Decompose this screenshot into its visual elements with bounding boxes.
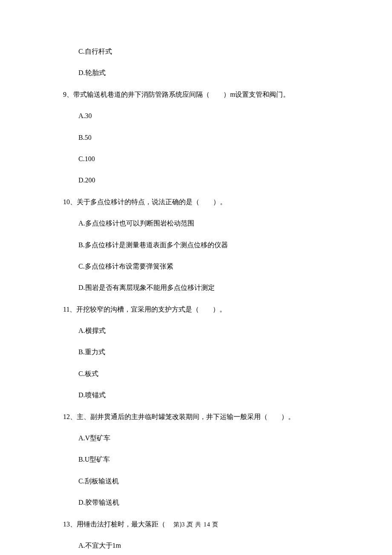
q11-option-d: D.喷锚式 bbox=[63, 390, 349, 400]
q12-option-a: A.V型矿车 bbox=[63, 434, 349, 443]
q9-option-b: B.50 bbox=[63, 133, 349, 142]
q12-option-c: C.刮板输送机 bbox=[63, 477, 349, 486]
q12-option-d: D.胶带输送机 bbox=[63, 498, 349, 507]
q11-option-c: C.板式 bbox=[63, 369, 349, 379]
page-content: C.自行杆式 D.轮胎式 9、带式输送机巷道的井下消防管路系统应间隔（ ）m设置… bbox=[0, 47, 392, 555]
q11-option-b: B.重力式 bbox=[63, 347, 349, 357]
q10-option-c: C.多点位移计布设需要弹簧张紧 bbox=[63, 262, 349, 271]
q11-option-a: A.横撑式 bbox=[63, 326, 349, 335]
q10-option-b: B.多点位移计是测量巷道表面多个测点位移的仪器 bbox=[63, 240, 349, 250]
q13-option-a: A.不宜大于1m bbox=[63, 541, 349, 550]
q9-option-a: A.30 bbox=[63, 111, 349, 121]
q10-text: 10、关于多点位移计的特点，说法正确的是（ ）。 bbox=[63, 197, 349, 207]
q12-text: 12、主、副井贯通后的主井临时罐笼改装期间，井下运输一般采用（ ）。 bbox=[63, 412, 349, 422]
q8-option-d: D.轮胎式 bbox=[63, 68, 349, 78]
page-footer: 第 3 页 共 14 页 bbox=[0, 521, 392, 529]
q9-text: 9、带式输送机巷道的井下消防管路系统应间隔（ ）m设置支管和阀门。 bbox=[63, 90, 349, 99]
q10-option-d: D.围岩是否有离层现象不能用多点位移计测定 bbox=[63, 283, 349, 292]
q10-option-a: A.多点位移计也可以判断围岩松动范围 bbox=[63, 219, 349, 228]
q8-option-c: C.自行杆式 bbox=[63, 47, 349, 56]
q9-option-c: C.100 bbox=[63, 154, 349, 164]
q12-option-b: B.U型矿车 bbox=[63, 455, 349, 464]
q9-option-d: D.200 bbox=[63, 176, 349, 185]
q11-text: 11、开挖较窄的沟槽，宜采用的支护方式是（ ）。 bbox=[63, 305, 349, 314]
